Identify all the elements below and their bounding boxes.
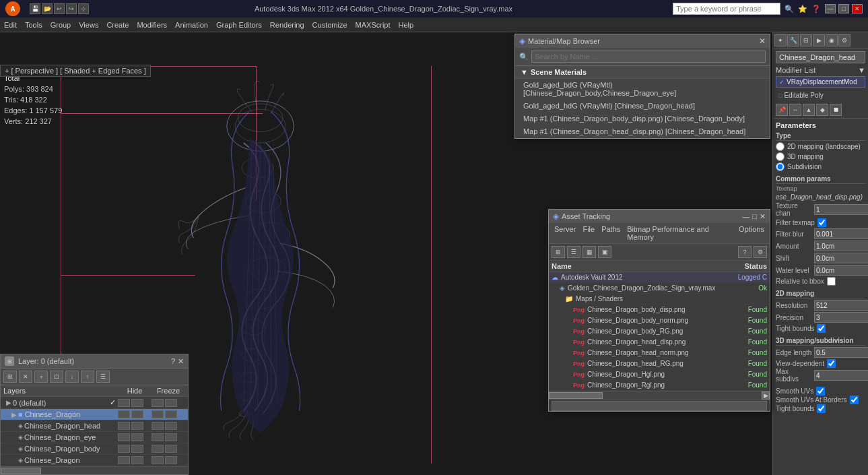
undo-icon[interactable]: ↩	[54, 3, 65, 14]
at-close[interactable]: ✕	[760, 212, 766, 221]
tight-bounds-uvw-checkbox[interactable]	[817, 404, 826, 413]
mod-icon1[interactable]: ↔	[789, 104, 801, 116]
at-tool-2[interactable]: ☰	[567, 246, 580, 258]
at-help-btn[interactable]: ?	[738, 246, 752, 258]
modifier-vray[interactable]: ✓ VRayDisplacementMod	[776, 76, 865, 88]
display-icon[interactable]: ◉	[826, 34, 838, 46]
texture-chan-input[interactable]	[814, 204, 868, 215]
search-input[interactable]	[673, 3, 780, 15]
radio-2d-input[interactable]	[776, 142, 784, 151]
right-top-icons[interactable]: ✦ 🔧 ⊟ ▶ ◉ ⚙	[773, 32, 868, 49]
at-tool-1[interactable]: ⊞	[552, 246, 565, 258]
layer-panel-help[interactable]: ?	[171, 357, 175, 366]
at-status-input[interactable]	[552, 401, 767, 411]
at-minimize[interactable]: —	[742, 212, 749, 221]
modifier-list-dropdown[interactable]: ▼	[858, 66, 865, 74]
at-item-vault[interactable]: ☁ Autodesk Vault 2012 Logged C	[549, 272, 770, 283]
menu-customize[interactable]: Customize	[312, 21, 347, 29]
layer-item-dragon2[interactable]: ◈ Chinese_Dragon	[1, 455, 188, 466]
menu-group[interactable]: Group	[51, 21, 71, 29]
at-item-png-1[interactable]: Png Chinese_Dragon_body_norm.png Found	[549, 315, 770, 326]
smooth-uvs-row[interactable]: Smooth UVs	[776, 387, 865, 395]
at-item-png-5[interactable]: Png Chinese_Dragon_head_RG.png Found	[549, 358, 770, 369]
motion-icon[interactable]: ▶	[813, 34, 825, 46]
radio-subdivision-input[interactable]	[776, 162, 784, 171]
menu-views[interactable]: Views	[79, 21, 98, 29]
relative-row[interactable]: Relative to bbox	[776, 277, 865, 286]
amount-input[interactable]	[814, 241, 868, 251]
layer-item-eye[interactable]: ◈ Chinese_Dragon_eye	[1, 432, 188, 443]
radio-2d[interactable]: 2D mapping (landscape)	[776, 142, 865, 151]
pin-icon[interactable]: 📌	[776, 104, 788, 116]
at-item-maps-folder[interactable]: 📁 Maps / Shaders	[549, 294, 770, 305]
edge-length-input[interactable]	[814, 347, 868, 358]
smooth-uvs-borders-row[interactable]: Smooth UVs At Borders	[776, 395, 865, 404]
at-menubar[interactable]: Server File Paths Bitmap Performance and…	[549, 223, 770, 244]
layer-scrollbar-h[interactable]	[1, 466, 188, 474]
at-item-maxfile[interactable]: ◈ Golden_Chinese_Dragon_Zodiac_Sign_vray…	[549, 283, 770, 294]
object-name-input[interactable]	[776, 51, 865, 63]
layer-delete-btn[interactable]: ✕	[19, 371, 32, 383]
at-menu-server[interactable]: Server	[554, 225, 576, 241]
minimize-button[interactable]: —	[825, 4, 836, 13]
help-icon[interactable]: ❓	[811, 5, 821, 13]
modifier-editable-poly[interactable]: □ Editable Poly	[776, 90, 865, 100]
at-toolbar[interactable]: ⊞ ☰ ▦ ▣ ? ⚙	[549, 244, 770, 261]
mat-item-1[interactable]: Gold_aged_hdG (VRayMtl) [Chinese_Dragon_…	[515, 100, 770, 113]
menu-help[interactable]: Help	[399, 21, 414, 29]
filter-texmap-checkbox[interactable]	[817, 218, 826, 227]
tight-bounds-row[interactable]: Tight bounds	[776, 324, 865, 333]
at-menu-paths[interactable]: Paths	[601, 225, 620, 241]
search-icon[interactable]: 🔍	[784, 5, 794, 13]
at-item-png-6[interactable]: Png Chinese_Dragon_Hgl.png Found	[549, 369, 770, 380]
at-item-png-2[interactable]: Png Chinese_Dragon_body_RG.png Found	[549, 326, 770, 337]
mod-icon2[interactable]: ▲	[803, 104, 815, 116]
at-item-png-3[interactable]: Png Chinese_Dragon_head_disp.png Found	[549, 337, 770, 348]
menu-edit[interactable]: Edit	[4, 21, 17, 29]
radio-3d[interactable]: 3D mapping	[776, 152, 865, 161]
modify-icon[interactable]: 🔧	[787, 34, 799, 46]
bookmark-icon[interactable]: ⭐	[798, 5, 807, 13]
layer-add-btn[interactable]: ＋	[34, 371, 48, 383]
menu-graph-editors[interactable]: Graph Editors	[216, 21, 262, 29]
at-scroll-right[interactable]: ▶	[762, 391, 770, 400]
smooth-uvs-checkbox[interactable]	[816, 387, 825, 395]
water-level-input[interactable]	[814, 265, 868, 276]
precision-row[interactable]: Precision ▲ ▼	[776, 312, 865, 323]
maximize-button[interactable]: □	[838, 4, 849, 13]
filter-texmap-row[interactable]: Filter texmap	[776, 218, 865, 227]
at-menu-options[interactable]: Options	[739, 225, 764, 241]
menu-modifiers[interactable]: Modifiers	[137, 21, 167, 29]
mod-icon4[interactable]: 🔲	[830, 104, 842, 116]
layer-item-default[interactable]: ▶ 0 (default) ✓	[1, 397, 188, 409]
radio-3d-input[interactable]	[776, 152, 784, 161]
tight-bounds-uvw-row[interactable]: Tight bounds	[776, 404, 865, 413]
redo-icon[interactable]: ↪	[66, 3, 77, 14]
mat-browser-close[interactable]: ✕	[759, 36, 766, 46]
view-dep-row[interactable]: View-dependent	[776, 359, 865, 368]
resolution-row[interactable]: Resolution ▲ ▼	[776, 300, 865, 311]
scene-materials-header[interactable]: ▼ Scene Materials	[515, 66, 770, 79]
max-subdivs-row[interactable]: Max subdivs ▲ ▼	[776, 368, 865, 383]
at-scrollbar[interactable]: ▶	[549, 391, 770, 399]
mat-search-input[interactable]	[531, 51, 766, 63]
at-settings-btn[interactable]: ⚙	[754, 246, 767, 258]
title-toolbar[interactable]: 💾 📂 ↩ ↪ ⊹	[30, 3, 89, 14]
filter-blur-row[interactable]: Filter blur ▲ ▼	[776, 228, 865, 239]
at-menu-file[interactable]: File	[582, 225, 595, 241]
layer-item-body[interactable]: ◈ Chinese_Dragon_body	[1, 443, 188, 455]
mod-icon3[interactable]: ◆	[816, 104, 828, 116]
menu-create[interactable]: Create	[106, 21, 129, 29]
layer-select-btn[interactable]: ⊡	[50, 371, 63, 383]
view-dep-checkbox[interactable]	[827, 359, 836, 368]
at-tool-4[interactable]: ▣	[598, 246, 611, 258]
utilities-icon[interactable]: ⚙	[838, 34, 850, 46]
close-button[interactable]: ✕	[852, 4, 863, 13]
precision-input[interactable]	[814, 312, 868, 323]
layer-panel-toolbar[interactable]: ⊞ ✕ ＋ ⊡ ↓ ↑ ☰	[1, 369, 188, 385]
at-tool-3[interactable]: ▦	[582, 246, 596, 258]
resolution-input[interactable]	[814, 300, 868, 311]
window-controls[interactable]: — □ ✕	[825, 4, 863, 13]
layer-item-head[interactable]: ◈ Chinese_Dragon_head	[1, 420, 188, 432]
menu-animation[interactable]: Animation	[175, 21, 208, 29]
